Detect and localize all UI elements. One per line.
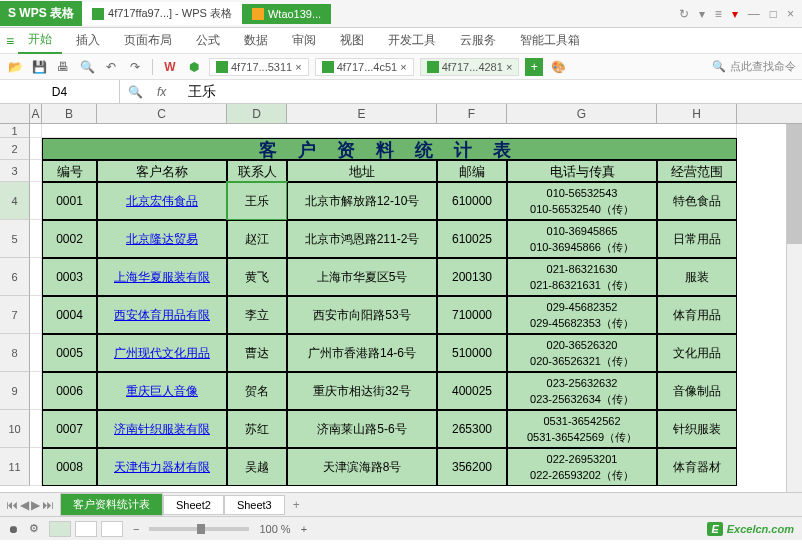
row-header-2[interactable]: 2	[0, 138, 30, 160]
cube-icon[interactable]: ⬢	[185, 58, 203, 76]
menu-view[interactable]: 视图	[330, 28, 374, 53]
cell-phone[interactable]: 023-25632632023-25632634（传）	[507, 372, 657, 410]
open-icon[interactable]: 📂	[6, 58, 24, 76]
row-header-10[interactable]: 10	[0, 410, 30, 448]
sync-icon[interactable]: ↻	[679, 7, 689, 21]
cell-biz[interactable]: 体育器材	[657, 448, 737, 486]
cell-biz[interactable]: 特色食品	[657, 182, 737, 220]
cell-id[interactable]: 0006	[42, 372, 97, 410]
sheet-nav-next[interactable]: ▶	[31, 498, 40, 512]
close-icon[interactable]: ×	[787, 7, 794, 21]
cell-contact[interactable]: 李立	[227, 296, 287, 334]
doc-tab-2[interactable]: 4f717...4c51 ×	[315, 58, 414, 76]
row-header-1[interactable]: 1	[0, 124, 30, 138]
cell-name[interactable]: 广州现代文化用品	[97, 334, 227, 372]
cell-contact[interactable]: 吴越	[227, 448, 287, 486]
cell-name[interactable]: 济南针织服装有限	[97, 410, 227, 448]
cell-addr[interactable]: 上海市华夏区5号	[287, 258, 437, 296]
col-header-f[interactable]: F	[437, 104, 507, 123]
cell-name[interactable]: 西安体育用品有限	[97, 296, 227, 334]
dropdown-icon[interactable]: ▾	[699, 7, 705, 21]
cell-addr[interactable]: 西安市向阳路53号	[287, 296, 437, 334]
menu-review[interactable]: 审阅	[282, 28, 326, 53]
settings-icon[interactable]: ⚙	[29, 522, 39, 535]
doc-tab-3[interactable]: 4f717...4281 ×	[420, 58, 520, 76]
sheet-nav-last[interactable]: ⏭	[42, 498, 54, 512]
cell-phone[interactable]: 029-45682352029-45682353（传）	[507, 296, 657, 334]
sheet-nav-first[interactable]: ⏮	[6, 498, 18, 512]
col-header-c[interactable]: C	[97, 104, 227, 123]
menu-data[interactable]: 数据	[234, 28, 278, 53]
preview-icon[interactable]: 🔍	[78, 58, 96, 76]
col-header-a[interactable]: A	[30, 104, 42, 123]
menu-dev[interactable]: 开发工具	[378, 28, 446, 53]
menu-layout[interactable]: 页面布局	[114, 28, 182, 53]
cell-addr[interactable]: 广州市香港路14-6号	[287, 334, 437, 372]
col-header-d[interactable]: D	[227, 104, 287, 123]
cell-addr[interactable]: 重庆市相达街32号	[287, 372, 437, 410]
row-header-6[interactable]: 6	[0, 258, 30, 296]
cell-id[interactable]: 0003	[42, 258, 97, 296]
minimize-icon[interactable]: —	[748, 7, 760, 21]
window-tab-1[interactable]: 4f717ffa97...] - WPS 表格	[82, 2, 242, 25]
cell-id[interactable]: 0001	[42, 182, 97, 220]
cell-id[interactable]: 0008	[42, 448, 97, 486]
zoom-slider[interactable]	[149, 527, 249, 531]
select-all-corner[interactable]	[0, 104, 30, 123]
cell-biz[interactable]: 文化用品	[657, 334, 737, 372]
print-icon[interactable]: 🖶	[54, 58, 72, 76]
cell-contact[interactable]: 苏红	[227, 410, 287, 448]
add-tab-button[interactable]: +	[525, 58, 543, 76]
cell-phone[interactable]: 0531-365425620531-36542569（传）	[507, 410, 657, 448]
save-icon[interactable]: 💾	[30, 58, 48, 76]
window-tab-2[interactable]: Wtao139...	[242, 4, 331, 24]
col-header-b[interactable]: B	[42, 104, 97, 123]
cell-biz[interactable]: 音像制品	[657, 372, 737, 410]
wps-w-icon[interactable]: W	[161, 58, 179, 76]
sheet-nav-prev[interactable]: ◀	[20, 498, 29, 512]
cell-addr[interactable]: 北京市解放路12-10号	[287, 182, 437, 220]
menu-toolbox[interactable]: 智能工具箱	[510, 28, 590, 53]
cell-biz[interactable]: 针织服装	[657, 410, 737, 448]
cell-phone[interactable]: 021-86321630021-86321631（传）	[507, 258, 657, 296]
row-header-8[interactable]: 8	[0, 334, 30, 372]
cell-zip[interactable]: 200130	[437, 258, 507, 296]
col-header-g[interactable]: G	[507, 104, 657, 123]
cell-zip[interactable]: 510000	[437, 334, 507, 372]
col-header-e[interactable]: E	[287, 104, 437, 123]
cell-name[interactable]: 重庆巨人音像	[97, 372, 227, 410]
cell-phone[interactable]: 020-36526320020-36526321（传）	[507, 334, 657, 372]
zoom-out[interactable]: −	[133, 523, 139, 535]
cell-zip[interactable]: 356200	[437, 448, 507, 486]
row-header-3[interactable]: 3	[0, 160, 30, 182]
cell-contact[interactable]: 曹达	[227, 334, 287, 372]
pin-icon[interactable]: ▾	[732, 7, 738, 21]
search-cell-icon[interactable]: 🔍	[128, 85, 143, 99]
cell-contact[interactable]: 贺名	[227, 372, 287, 410]
cell-addr[interactable]: 济南莱山路5-6号	[287, 410, 437, 448]
cell-contact[interactable]: 王乐	[227, 182, 287, 220]
sheet-tab-2[interactable]: Sheet2	[163, 495, 224, 515]
name-box[interactable]: D4	[0, 80, 120, 103]
cell-zip[interactable]: 710000	[437, 296, 507, 334]
cell-name[interactable]: 天津伟力器材有限	[97, 448, 227, 486]
cell-phone[interactable]: 010-36945865010-36945866（传）	[507, 220, 657, 258]
cell-name[interactable]: 北京隆达贸易	[97, 220, 227, 258]
add-sheet-button[interactable]: +	[285, 495, 308, 515]
cell-id[interactable]: 0005	[42, 334, 97, 372]
cell-biz[interactable]: 日常用品	[657, 220, 737, 258]
cell-addr[interactable]: 天津滨海路8号	[287, 448, 437, 486]
record-icon[interactable]: ⏺	[8, 523, 19, 535]
row-header-11[interactable]: 11	[0, 448, 30, 486]
cell-contact[interactable]: 赵江	[227, 220, 287, 258]
cell-addr[interactable]: 北京市鸿恩路211-2号	[287, 220, 437, 258]
cell-phone[interactable]: 010-56532543010-56532540（传）	[507, 182, 657, 220]
app-menu-icon[interactable]: ≡	[6, 33, 14, 49]
maximize-icon[interactable]: □	[770, 7, 777, 21]
doc-tab-1[interactable]: 4f717...5311 ×	[209, 58, 309, 76]
col-header-h[interactable]: H	[657, 104, 737, 123]
menu-start[interactable]: 开始	[18, 27, 62, 54]
find-command[interactable]: 🔍 点此查找命令	[712, 59, 796, 74]
redo-icon[interactable]: ↷	[126, 58, 144, 76]
spreadsheet-grid[interactable]: A B C D E F G H 1 2 客 户 资 料 统 计 表 3 编号 客…	[0, 104, 802, 492]
